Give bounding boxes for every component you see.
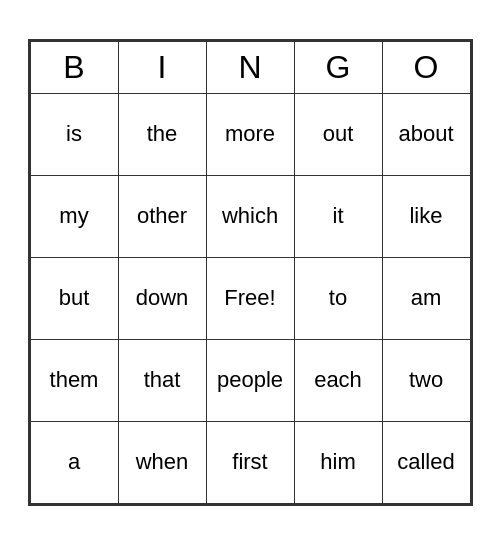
table-row: myotherwhichitlike xyxy=(30,175,470,257)
cell-2-0: but xyxy=(30,257,118,339)
cell-2-2: Free! xyxy=(206,257,294,339)
table-row: butdownFree!toam xyxy=(30,257,470,339)
cell-3-4: two xyxy=(382,339,470,421)
cell-3-0: them xyxy=(30,339,118,421)
bingo-card: B I N G O isthemoreoutaboutmyotherwhichi… xyxy=(28,39,473,506)
cell-1-2: which xyxy=(206,175,294,257)
col-b: B xyxy=(30,41,118,93)
col-o: O xyxy=(382,41,470,93)
cell-0-2: more xyxy=(206,93,294,175)
cell-3-1: that xyxy=(118,339,206,421)
cell-0-0: is xyxy=(30,93,118,175)
cell-4-4: called xyxy=(382,421,470,503)
cell-4-3: him xyxy=(294,421,382,503)
cell-1-1: other xyxy=(118,175,206,257)
cell-2-4: am xyxy=(382,257,470,339)
cell-3-2: people xyxy=(206,339,294,421)
table-row: awhenfirsthimcalled xyxy=(30,421,470,503)
cell-2-1: down xyxy=(118,257,206,339)
cell-0-1: the xyxy=(118,93,206,175)
cell-0-4: about xyxy=(382,93,470,175)
header-row: B I N G O xyxy=(30,41,470,93)
bingo-body: isthemoreoutaboutmyotherwhichitlikebutdo… xyxy=(30,93,470,503)
cell-1-4: like xyxy=(382,175,470,257)
cell-4-0: a xyxy=(30,421,118,503)
cell-4-2: first xyxy=(206,421,294,503)
col-g: G xyxy=(294,41,382,93)
cell-0-3: out xyxy=(294,93,382,175)
bingo-table: B I N G O isthemoreoutaboutmyotherwhichi… xyxy=(30,41,471,504)
col-n: N xyxy=(206,41,294,93)
cell-2-3: to xyxy=(294,257,382,339)
table-row: isthemoreoutabout xyxy=(30,93,470,175)
col-i: I xyxy=(118,41,206,93)
cell-1-3: it xyxy=(294,175,382,257)
cell-3-3: each xyxy=(294,339,382,421)
table-row: themthatpeopleeachtwo xyxy=(30,339,470,421)
cell-1-0: my xyxy=(30,175,118,257)
cell-4-1: when xyxy=(118,421,206,503)
